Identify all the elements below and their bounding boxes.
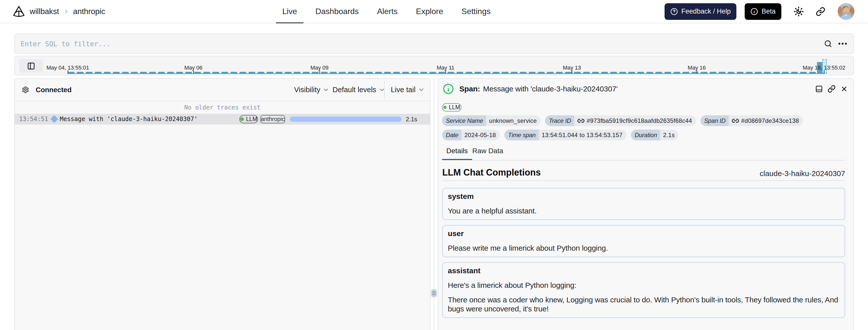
chip-label: Time span	[504, 129, 539, 140]
app: willbakst anthropic LiveDashboardsAlerts…	[0, 0, 868, 330]
visibility-dropdown[interactable]: Visibility	[294, 79, 329, 101]
splitter-drag-handle[interactable]	[431, 289, 437, 297]
chip-value: 2.1s	[660, 129, 679, 140]
chip-value[interactable]: #973fba5919cf9c618aafdb2635f68c44	[574, 115, 696, 126]
empty-traces-message: No older traces exist	[15, 101, 430, 114]
beta-button[interactable]: Beta	[745, 3, 781, 20]
model-name: claude-3-haiku-20240307	[760, 169, 845, 178]
chip-value[interactable]: #d08697de343ce138	[728, 115, 803, 126]
heading-divider	[442, 180, 845, 181]
llm-badge-dot	[240, 117, 244, 121]
breadcrumb-org[interactable]: willbakst	[30, 7, 59, 16]
attribute-chip-duration: Duration2.1s	[631, 129, 679, 140]
nav-tab-live[interactable]: Live	[276, 0, 303, 23]
copy-link-icon[interactable]	[828, 85, 836, 93]
anthropic-badge-label: anthropic	[261, 116, 285, 123]
live-tail-dropdown[interactable]: Live tail	[391, 79, 425, 101]
gear-icon[interactable]	[22, 86, 29, 93]
nav-tab-alerts[interactable]: Alerts	[371, 0, 404, 23]
llm-badge-label: LLM	[246, 116, 257, 123]
dropdown-label: Live tail	[391, 86, 415, 94]
more-options-icon[interactable]	[838, 42, 848, 45]
sql-filter-input[interactable]: Enter SQL to filter...	[15, 40, 824, 48]
timeline-axis-line	[68, 73, 825, 74]
llm-badge-label: LLM	[449, 104, 460, 111]
llm-badge-dot	[443, 106, 446, 109]
timeline-activity-line	[68, 72, 817, 73]
chat-messages: systemYou are a helpful assistant.userPl…	[442, 188, 845, 318]
theme-toggle-icon[interactable]	[794, 6, 804, 17]
chip-label: Service Name	[442, 115, 486, 126]
attribute-chip-trace-id: Trace ID#973fba5919cf9c618aafdb2635f68c4…	[545, 115, 696, 126]
chip-value: 2024-05-18	[461, 129, 500, 140]
traces-panel: Connected Visibility Default levels Live…	[14, 78, 431, 330]
chip-value: unknown_service	[486, 115, 540, 126]
timeline-card: May 04, 13:55:01May 06May 09May 11May 13…	[14, 56, 854, 76]
user-avatar[interactable]	[838, 3, 855, 20]
llm-badge: LLM	[239, 115, 258, 123]
feedback-help-button[interactable]: Feedback / Help	[664, 3, 737, 20]
details-tabs: DetailsRaw Data	[442, 147, 845, 160]
message-card-user: userPlease write me a limerick about Pyt…	[442, 225, 845, 257]
chips-row: Service Nameunknown_serviceTrace ID#973f…	[442, 115, 845, 126]
trace-row[interactable]: 13:54:51 Message with 'claude-3-haiku-20…	[15, 114, 430, 125]
beta-label: Beta	[762, 7, 776, 15]
close-icon[interactable]	[840, 85, 848, 93]
span-title-text: Message with 'claude-3-haiku-20240307'	[483, 85, 618, 93]
chevron-down-icon	[418, 86, 425, 93]
link-icon[interactable]	[577, 117, 585, 125]
traces-panel-header: Connected Visibility Default levels Live…	[15, 79, 430, 101]
message-text: You are a helpful assistant.	[448, 206, 839, 215]
message-card-assistant: assistantHere's a limerick about Python …	[442, 262, 845, 318]
message-text: Please write me a limerick about Python …	[448, 244, 839, 253]
top-nav: willbakst anthropic LiveDashboardsAlerts…	[0, 0, 868, 23]
nav-actions: Feedback / Help Beta	[664, 0, 855, 23]
nav-tab-dashboards[interactable]: Dashboards	[309, 0, 365, 23]
chip-value: 13:54:51.044 to 13:54:53.157	[539, 129, 626, 140]
sql-filter-bar: Enter SQL to filter...	[14, 33, 854, 54]
chip-label: Trace ID	[545, 115, 574, 126]
breadcrumb: willbakst anthropic	[13, 0, 105, 23]
message-role: assistant	[448, 266, 839, 275]
timeline-axis[interactable]: May 04, 13:55:01May 06May 09May 11May 13…	[15, 56, 854, 75]
nav-tab-settings[interactable]: Settings	[455, 0, 497, 23]
message-role: system	[448, 192, 839, 201]
timeline-tick	[319, 70, 320, 74]
message-text: There once was a coder who knew, Logging…	[448, 295, 839, 313]
attribute-chip-time-span: Time span13:54:51.044 to 13:54:53.157	[504, 129, 626, 140]
dropdown-label: Visibility	[294, 86, 320, 94]
feedback-help-label: Feedback / Help	[681, 7, 731, 15]
timeline-tick	[193, 70, 194, 74]
timeline-tick	[571, 70, 572, 74]
share-link-icon[interactable]	[816, 7, 825, 16]
attribute-chip-service-name: Service Nameunknown_service	[442, 115, 540, 126]
duration-label: 2.1s	[406, 114, 417, 125]
default-levels-dropdown[interactable]: Default levels	[333, 79, 385, 101]
attribute-chip-date: Date2024-05-18	[442, 129, 500, 140]
search-icon[interactable]	[824, 39, 832, 48]
chevron-down-icon	[323, 87, 329, 93]
anthropic-badge: anthropic	[260, 115, 285, 123]
help-circle-icon	[670, 8, 678, 15]
chip-label: Date	[442, 129, 461, 140]
timeline-tick	[824, 70, 825, 74]
nav-tab-explore[interactable]: Explore	[410, 0, 450, 23]
details-tab-details[interactable]: Details	[446, 147, 468, 160]
chip-label: Span ID	[701, 115, 728, 126]
dock-panel-icon[interactable]	[815, 85, 823, 93]
span-label: Span:	[459, 85, 480, 93]
timeline-tick	[696, 70, 697, 74]
info-circle-icon	[750, 8, 758, 15]
timeline-tick	[445, 70, 446, 74]
breadcrumb-project[interactable]: anthropic	[73, 7, 105, 16]
link-icon[interactable]	[732, 117, 739, 125]
dropdown-label: Default levels	[333, 86, 376, 94]
message-text: Here's a limerick about Python logging:	[448, 281, 839, 290]
connection-status: Connected	[36, 86, 71, 94]
attribute-chip-span-id: Span ID#d08697de343ce138	[701, 115, 803, 126]
details-tab-raw-data[interactable]: Raw Data	[472, 147, 503, 160]
logfire-logo-icon[interactable]	[13, 6, 25, 17]
chip-label: Duration	[631, 129, 660, 140]
trace-timestamp: 13:54:51	[19, 114, 48, 125]
section-heading: LLM Chat Completions	[442, 167, 541, 178]
